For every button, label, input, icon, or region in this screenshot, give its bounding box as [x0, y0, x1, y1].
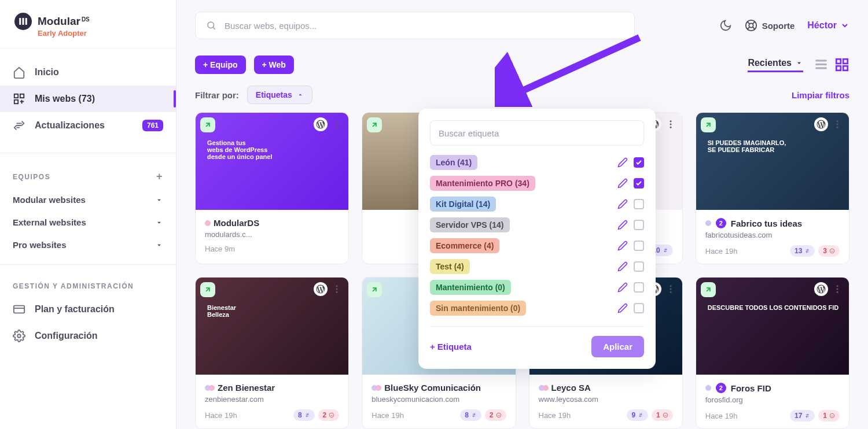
- apply-button[interactable]: Aplicar: [591, 336, 644, 357]
- tag-count-badge: 2: [716, 383, 726, 393]
- nav-webs-label: Mis webs (73): [35, 94, 95, 104]
- svg-point-61: [670, 285, 671, 287]
- site-card[interactable]: DESCUBRE TODOS LOS CONTENIDOS FID 2 Foro…: [696, 277, 849, 429]
- svg-rect-1: [23, 18, 24, 25]
- tag-checkbox[interactable]: [634, 241, 644, 251]
- open-site-icon[interactable]: [701, 282, 716, 297]
- team-row[interactable]: Pro websites: [0, 234, 176, 256]
- search-icon: [206, 20, 216, 31]
- team-row[interactable]: External websites: [0, 211, 176, 234]
- svg-point-69: [837, 289, 838, 290]
- tag-dot: [209, 385, 215, 391]
- card-thumbnail: Gestiona tuswebs de WordPressdesde un ún…: [196, 113, 348, 210]
- open-site-icon[interactable]: [367, 282, 382, 297]
- svg-point-11: [208, 22, 214, 28]
- card-thumbnail: DESCUBRE TODOS LOS CONTENIDOS FID: [696, 278, 849, 375]
- filter-tags-button[interactable]: Etiquetas: [247, 86, 312, 104]
- open-site-icon[interactable]: [200, 282, 215, 297]
- nav-updates-label: Actualizaciones: [35, 120, 105, 131]
- svg-point-68: [837, 285, 838, 287]
- svg-point-37: [670, 124, 671, 125]
- svg-point-14: [749, 23, 753, 27]
- edit-tag-icon[interactable]: [617, 261, 628, 272]
- clear-filters-link[interactable]: Limpiar filtros: [792, 90, 849, 100]
- edit-tag-icon[interactable]: [617, 157, 628, 168]
- team-row[interactable]: Modular websites: [0, 188, 176, 211]
- view-list-button[interactable]: [814, 57, 829, 72]
- tag-chip[interactable]: Sin mantenimiento (0): [430, 301, 526, 316]
- tag-checkbox[interactable]: [634, 220, 644, 230]
- edit-tag-icon[interactable]: [617, 282, 628, 293]
- caret-up-icon: [297, 91, 304, 98]
- card-menu-icon[interactable]: [664, 282, 678, 296]
- svg-rect-3: [14, 94, 18, 98]
- site-card[interactable]: Gestiona tuswebs de WordPressdesde un ún…: [195, 112, 349, 264]
- tag-chip[interactable]: León (41): [430, 155, 477, 170]
- open-site-icon[interactable]: [200, 117, 215, 132]
- edit-tag-icon[interactable]: [617, 220, 628, 230]
- tag-row: Test (4): [430, 259, 644, 274]
- nav-config[interactable]: Configuración: [0, 323, 176, 349]
- nav-home[interactable]: Inicio: [0, 59, 176, 86]
- tag-checkbox[interactable]: [634, 199, 644, 209]
- card-url: forosfid.org: [705, 395, 840, 404]
- global-search[interactable]: Buscar webs, equipos...: [195, 12, 635, 39]
- view-grid-button[interactable]: [834, 57, 849, 72]
- tag-chip[interactable]: Kit Digital (14): [430, 197, 496, 212]
- card-menu-icon[interactable]: [830, 117, 844, 131]
- site-card[interactable]: SI PUEDES IMAGINARLO,SE PUEDE FABRICAR 2…: [696, 112, 849, 264]
- tag-checkbox[interactable]: [634, 178, 644, 188]
- edit-tag-icon[interactable]: [617, 241, 628, 251]
- updates-badge: 761: [142, 120, 163, 131]
- card-time: Hace 19h: [705, 412, 738, 420]
- tag-chip[interactable]: Servidor VPS (14): [430, 217, 510, 232]
- add-tag-button[interactable]: +Etiqueta: [430, 342, 472, 352]
- edit-tag-icon[interactable]: [617, 178, 628, 188]
- tag-chip[interactable]: Test (4): [430, 259, 470, 274]
- chevron-down-icon: [840, 21, 849, 30]
- nav-billing[interactable]: Plan y facturación: [0, 296, 176, 323]
- theme-toggle[interactable]: [719, 19, 732, 32]
- add-web-button[interactable]: + Web: [254, 56, 294, 74]
- card-menu-icon[interactable]: [664, 117, 678, 131]
- tag-checkbox[interactable]: [634, 282, 644, 293]
- edit-tag-icon[interactable]: [617, 199, 628, 209]
- card-menu-icon[interactable]: [330, 117, 344, 131]
- nav-my-webs[interactable]: Mis webs (73): [0, 86, 176, 112]
- tag-search-input[interactable]: Buscar etiqueta: [430, 120, 644, 146]
- card-icon: [13, 303, 25, 316]
- add-team-button[interactable]: + Equipo: [195, 56, 246, 74]
- card-menu-icon[interactable]: [330, 282, 344, 296]
- logo-icon: [14, 13, 32, 30]
- tag-row: Ecommerce (4): [430, 238, 644, 253]
- card-title: Fabrico tus ideas: [731, 219, 802, 228]
- tag-checkbox[interactable]: [634, 157, 644, 168]
- add-team-icon[interactable]: +: [156, 171, 163, 183]
- card-body: Leyco SA www.leycosa.com Hace 19h 9 1: [529, 375, 682, 428]
- site-card[interactable]: BienestarBelleza Zen Bienestar zenbienes…: [195, 277, 349, 429]
- open-site-icon[interactable]: [367, 117, 382, 132]
- card-url: fabricotusideas.com: [705, 231, 840, 239]
- card-time: Hace 19h: [539, 411, 571, 420]
- nav-updates[interactable]: Actualizaciones 761: [0, 112, 176, 139]
- user-menu[interactable]: Héctor: [807, 20, 849, 31]
- tag-chip[interactable]: Ecommerce (4): [430, 238, 499, 253]
- tag-chip[interactable]: Mantenimiento PRO (34): [430, 176, 535, 191]
- svg-point-63: [670, 291, 671, 293]
- tag-checkbox[interactable]: [634, 261, 644, 272]
- support-link[interactable]: Soporte: [745, 19, 795, 32]
- error-stat: 2: [485, 409, 506, 421]
- card-thumbnail: BienestarBelleza: [196, 278, 348, 375]
- card-title: BlueSky Comunicación: [384, 383, 481, 393]
- tag-dot: [205, 220, 211, 226]
- error-stat: 2: [318, 409, 340, 421]
- svg-rect-22: [836, 59, 841, 64]
- tag-checkbox[interactable]: [634, 303, 644, 313]
- svg-line-16: [752, 27, 755, 29]
- card-menu-icon[interactable]: [830, 282, 844, 296]
- edit-tag-icon[interactable]: [617, 303, 628, 313]
- open-site-icon[interactable]: [701, 117, 716, 132]
- sort-dropdown[interactable]: Recientes: [748, 58, 803, 72]
- tag-chip[interactable]: Mantenimiento (0): [430, 280, 511, 295]
- tag-dot: [543, 385, 549, 391]
